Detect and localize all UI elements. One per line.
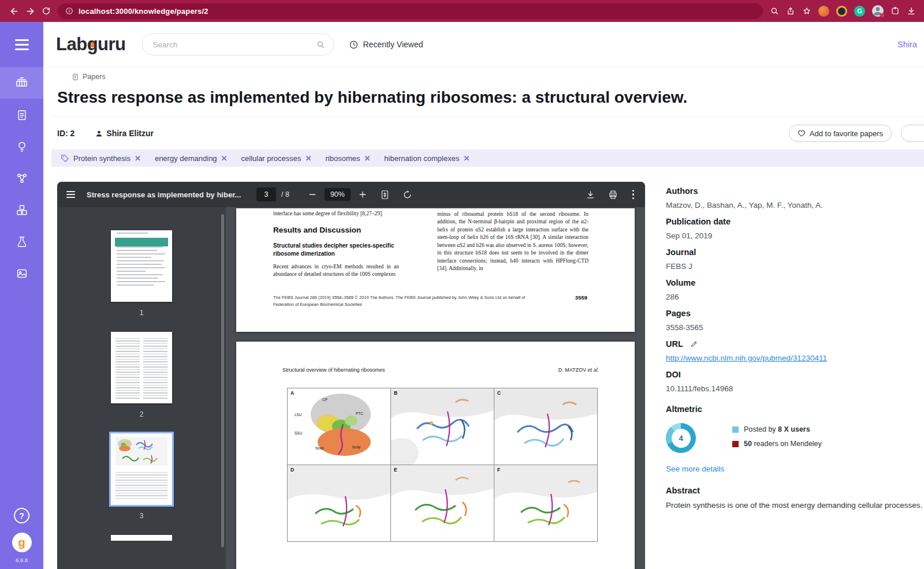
paper-owner: Shira Elitzur xyxy=(95,129,154,138)
sidebar-item-ideas[interactable] xyxy=(0,130,43,162)
pdf-page-input[interactable] xyxy=(256,188,276,201)
browser-forward-button[interactable] xyxy=(22,3,38,19)
pdf-thumbnail-4-partial[interactable] xyxy=(111,535,172,541)
tag-label[interactable]: Protein synthesis xyxy=(73,154,131,163)
extensions-puzzle-icon[interactable] xyxy=(891,6,900,16)
storage-boxes-icon xyxy=(16,204,28,216)
tag-label[interactable]: hibernation complexes xyxy=(384,154,459,163)
bookmark-star-icon[interactable] xyxy=(802,6,811,16)
sidebar-item-protocols[interactable] xyxy=(0,99,43,130)
labguru-badge-logo[interactable]: g xyxy=(12,533,32,552)
page3-left-column: interface has some degree of flexibility… xyxy=(273,211,399,279)
global-search[interactable] xyxy=(142,33,334,55)
pdf-zoom-controls: 90% xyxy=(308,188,367,201)
fit-to-page-button[interactable] xyxy=(380,190,390,200)
user-menu[interactable]: Shira xyxy=(897,40,924,49)
breadcrumb[interactable]: Papers xyxy=(72,73,924,81)
person-icon xyxy=(95,130,103,137)
flask-icon xyxy=(16,235,28,248)
browser-profile-avatar[interactable] xyxy=(872,5,884,17)
tag-label[interactable]: energy demanding xyxy=(155,154,217,163)
add-to-favorites-button[interactable]: Add to favorite papers xyxy=(789,125,892,142)
grammarly-extension-icon[interactable]: G xyxy=(854,6,865,17)
labguru-logo[interactable]: Labguru xyxy=(56,34,126,55)
back-arrow-icon xyxy=(9,6,19,16)
hamburger-icon xyxy=(15,39,29,41)
search-tabs-icon[interactable] xyxy=(770,6,779,16)
tags-bar: Protein synthesis ✕ energy demanding ✕ c… xyxy=(51,149,924,167)
tag-chip: energy demanding ✕ xyxy=(155,154,228,163)
url-text: localhost:3000/knowledge/papers/2 xyxy=(79,7,208,16)
paper-id: ID: 2 xyxy=(57,129,74,138)
extension-icon[interactable] xyxy=(818,6,829,17)
share-icon[interactable] xyxy=(786,6,795,16)
thumbnail-journal-band xyxy=(115,238,168,246)
paper-details-panel: Authors Matzov, D., Bashan, A., Yap, M. … xyxy=(645,182,924,569)
panel-c-structure xyxy=(494,388,598,465)
remove-tag-button[interactable]: ✕ xyxy=(305,154,312,163)
pdf-zoom-level[interactable]: 90% xyxy=(325,188,351,201)
breadcrumb-papers[interactable]: Papers xyxy=(83,73,106,81)
address-bar[interactable]: localhost:3000/knowledge/papers/2 xyxy=(58,3,763,19)
print-icon[interactable] xyxy=(608,190,618,200)
page3-left-paragraph: Recent advances in cryo-EM methods resul… xyxy=(273,263,399,279)
tag-label[interactable]: cellular processes xyxy=(241,154,301,163)
altmetric-legend: Posted by 8 X users 50 readers on Mendel… xyxy=(732,425,822,448)
recently-viewed-button[interactable]: Recently Viewed xyxy=(349,40,423,50)
tag-label[interactable]: ribosomes xyxy=(325,154,360,163)
see-more-details-link[interactable]: See more details xyxy=(666,465,924,473)
sidebar-menu-button[interactable] xyxy=(0,22,43,67)
sidebar-item-dashboard[interactable] xyxy=(0,67,43,99)
thumbnail-number: 3 xyxy=(111,512,172,520)
rotate-icon xyxy=(403,190,412,200)
app-window: ? g 6.9.8 Labguru Recently Viewed Shira … xyxy=(0,22,924,569)
remove-tag-button[interactable]: ✕ xyxy=(364,154,370,163)
sidebar-item-molecules[interactable] xyxy=(0,162,43,194)
pdf-page-stage[interactable]: interface has some degree of flexibility… xyxy=(226,207,645,569)
remove-tag-button[interactable]: ✕ xyxy=(221,154,228,163)
browser-toolbar: localhost:3000/knowledge/papers/2 G xyxy=(0,0,924,22)
download-icon[interactable] xyxy=(586,190,595,200)
altmetric-label: Altmetric xyxy=(666,405,924,414)
more-options-button[interactable] xyxy=(631,190,636,200)
equipment-icon xyxy=(15,76,28,89)
figure-panel-b: B xyxy=(391,388,494,465)
search-icon[interactable] xyxy=(316,40,325,49)
panel-f-structure xyxy=(494,465,598,542)
sidebar-item-inventory[interactable] xyxy=(0,194,43,226)
help-question-mark: ? xyxy=(19,511,24,521)
recently-viewed-label: Recently Viewed xyxy=(363,40,423,49)
remove-tag-button[interactable]: ✕ xyxy=(463,154,470,163)
zoom-in-icon[interactable] xyxy=(358,190,367,199)
panel-b-structure xyxy=(391,388,494,465)
clipped-action-button[interactable] xyxy=(901,125,924,142)
pdf-sidebar-toggle[interactable] xyxy=(66,191,75,198)
rotate-button[interactable] xyxy=(403,190,412,200)
mendeley-legend-swatch xyxy=(732,441,739,447)
panel-a-ribosome-diagram xyxy=(288,388,391,465)
browser-actions: G xyxy=(770,5,918,17)
sidebar-item-chemistry[interactable] xyxy=(0,226,43,257)
extension-icon[interactable] xyxy=(836,6,847,17)
altmetric-donut-badge[interactable]: 4 xyxy=(666,423,696,453)
pdf-thumbnail-rail[interactable]: 1 2 xyxy=(57,207,226,569)
sidebar-item-gallery[interactable] xyxy=(0,257,43,289)
reload-icon xyxy=(42,6,51,16)
edit-pencil-icon[interactable] xyxy=(690,340,698,348)
pubmed-url-link[interactable]: http://www.ncbi.nlm.nih.gov/pubmed/31230… xyxy=(666,354,924,362)
pdf-thumbnail-3-selected[interactable]: 3 xyxy=(111,433,172,520)
help-button[interactable]: ? xyxy=(14,508,29,523)
abstract-text: Protein synthesis is one of the most ene… xyxy=(666,501,924,510)
remove-tag-button[interactable]: ✕ xyxy=(135,154,141,163)
doi-label: DOI xyxy=(666,370,924,379)
pdf-thumbnail-2[interactable]: 2 xyxy=(111,332,172,418)
thumbnail-scrollbar[interactable] xyxy=(221,214,224,547)
search-input[interactable] xyxy=(153,40,316,49)
browser-reload-button[interactable] xyxy=(38,3,54,19)
downloads-icon[interactable] xyxy=(907,6,916,16)
pdf-document-title: Stress response as implemented by hiber.… xyxy=(87,190,247,199)
browser-back-button[interactable] xyxy=(6,3,22,19)
pdf-thumbnail-1[interactable]: 1 xyxy=(111,230,172,317)
zoom-out-icon[interactable] xyxy=(308,190,317,199)
site-info-icon[interactable] xyxy=(65,7,73,15)
